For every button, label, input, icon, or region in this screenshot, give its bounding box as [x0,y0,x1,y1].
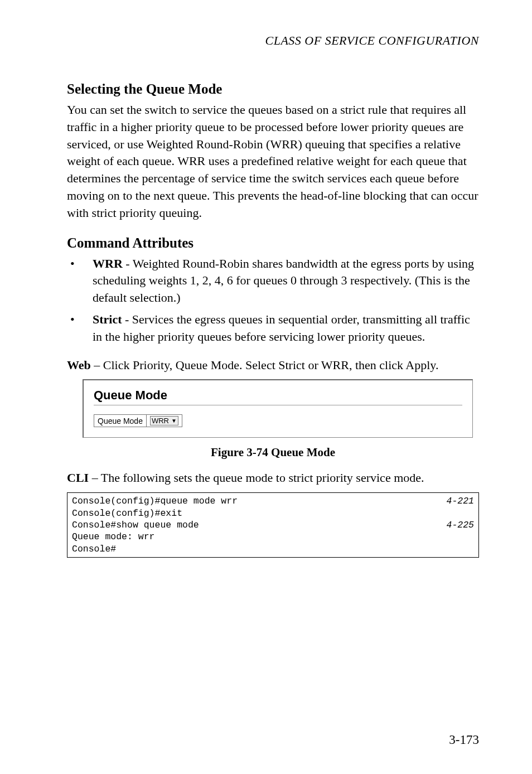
web-text: – Click Priority, Queue Mode. Select Str… [91,358,439,372]
bullet-marker: • [67,311,93,346]
command-attributes-list: • WRR - Weighted Round-Robin shares band… [67,255,479,346]
code-line-1-ref: 4-221 [446,495,474,507]
heading-selecting-queue-mode: Selecting the Queue Mode [67,81,479,97]
cli-instruction: CLI – The following sets the queue mode … [67,470,479,487]
code-line-1-left: Console(config)#queue mode wrr [72,495,238,507]
web-instruction: Web – Click Priority, Queue Mode. Select… [67,357,479,374]
bullet-marker: • [67,255,93,307]
queue-mode-screenshot: Queue Mode Queue Mode WRR ▼ [83,379,473,438]
queue-mode-select-cell: WRR ▼ [146,415,182,427]
code-line-5-left: Queue mode: wrr [72,531,155,543]
bullet-wrr-content: WRR - Weighted Round-Robin shares bandwi… [93,255,479,307]
running-header: CLASS OF SERVICE CONFIGURATION [67,33,479,48]
paragraph-selecting: You can set the switch to service the qu… [67,101,479,222]
figure-caption: Figure 3-74 Queue Mode [67,446,479,459]
heading-command-attributes: Command Attributes [67,235,479,251]
bullet-strict-text: - Services the egress queues in sequenti… [93,312,470,344]
cli-label: CLI [67,471,89,485]
screenshot-title: Queue Mode [94,388,462,403]
bullet-wrr: • WRR - Weighted Round-Robin shares band… [67,255,479,307]
cli-code-block: Console(config)#queue mode wrr 4-221 Con… [67,492,479,558]
code-line-3-left: Console#show queue mode [72,519,199,531]
bullet-strict-content: Strict - Services the egress queues in s… [93,311,479,346]
web-label: Web [67,358,91,372]
code-line-6-left: Console# [72,543,116,555]
queue-mode-select[interactable]: WRR ▼ [150,416,178,425]
queue-mode-select-value: WRR [152,417,169,425]
page-number: 3-173 [449,733,479,747]
code-line-3-ref: 4-225 [446,519,474,531]
screenshot-divider [94,405,462,405]
chevron-down-icon: ▼ [171,418,177,424]
bullet-wrr-term: WRR [93,257,123,270]
queue-mode-table: Queue Mode WRR ▼ [94,414,182,427]
code-line-2-left: Console(config)#exit [72,507,182,519]
queue-mode-field-label: Queue Mode [94,415,147,427]
cli-text: – The following sets the queue mode to s… [89,471,424,485]
bullet-strict: • Strict - Services the egress queues in… [67,311,479,346]
bullet-strict-term: Strict [93,312,122,326]
bullet-wrr-text: - Weighted Round-Robin shares bandwidth … [93,257,474,305]
